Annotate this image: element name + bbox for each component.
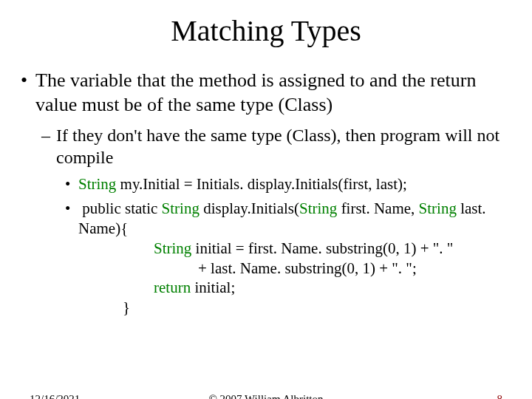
code-line-1: •String my.Initial = Initials. display.I…: [65, 174, 511, 194]
code-line-3: String initial = first. Name. substring(…: [65, 239, 511, 259]
footer-page-number: 8: [497, 393, 503, 399]
code-text: + last. Name. substring(0, 1) + ". ";: [198, 259, 417, 277]
code-line-4: + last. Name. substring(0, 1) + ". ";: [65, 259, 511, 279]
code-text: public static: [78, 200, 162, 217]
code-text: initial = first. Name. substring(0, 1) +…: [191, 239, 453, 257]
keyword-string: String: [162, 200, 200, 217]
keyword-string: String: [299, 200, 337, 217]
slide: Matching Types •The variable that the me…: [0, 13, 532, 399]
level2-text: If they don't have the same type (Class)…: [56, 126, 499, 167]
keyword-return: return: [154, 279, 191, 296]
code-line-6: }: [65, 298, 511, 318]
bullet-icon: •: [65, 199, 78, 219]
code-line-5: return initial;: [65, 278, 511, 298]
code-text: first. Name,: [337, 200, 418, 217]
dash-icon: –: [41, 124, 56, 146]
keyword-string: String: [419, 200, 457, 217]
bullet-level2: –If they don't have the same type (Class…: [41, 124, 511, 168]
bullet-level1: •The variable that the method is assigne…: [21, 69, 511, 117]
code-text: }: [123, 299, 130, 316]
code-line-2: • public static String display.Initials(…: [65, 199, 511, 239]
level1-text: The variable that the method is assigned…: [35, 69, 476, 115]
code-text: my.Initial = Initials. display.Initials(…: [116, 175, 406, 193]
bullet-icon: •: [21, 69, 35, 93]
slide-content: •The variable that the method is assigne…: [0, 69, 532, 318]
code-text: initial;: [191, 279, 235, 296]
slide-title: Matching Types: [0, 13, 532, 48]
keyword-string: String: [154, 239, 191, 257]
footer-copyright: © 2007 William Albritton: [0, 393, 532, 399]
keyword-string: String: [78, 175, 116, 193]
code-text: display.Initials(: [200, 200, 299, 217]
bullet-icon: •: [65, 174, 78, 194]
